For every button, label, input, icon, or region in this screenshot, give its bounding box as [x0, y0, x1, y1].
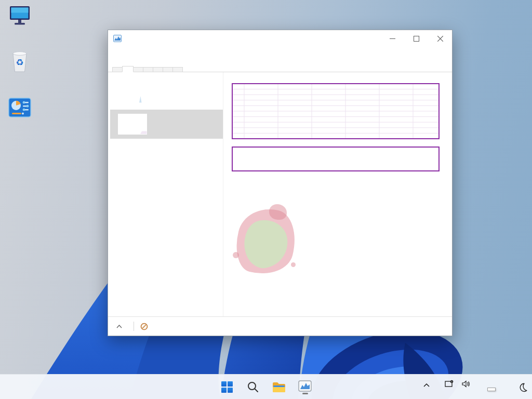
- sidebar-item-disk[interactable]: [110, 141, 223, 170]
- window-titlebar[interactable]: [108, 30, 452, 47]
- show-hidden-icons-chevron[interactable]: [423, 383, 430, 388]
- this-pc-icon: [2, 3, 37, 27]
- window-controls: [380, 30, 452, 47]
- task-manager-window: [108, 30, 453, 336]
- stat-slots-and-reserved: [386, 183, 485, 191]
- watermark-splash: [233, 205, 300, 281]
- speaker-icon[interactable]: [461, 380, 471, 388]
- recycle-bin-icon: ♻: [2, 49, 37, 73]
- stat-committed: [232, 193, 316, 195]
- desktop-icons: ♻: [2, 3, 38, 140]
- memory-usage-graph: [232, 83, 440, 139]
- hidden-tray-icons: [437, 380, 471, 388]
- svg-text:♻: ♻: [16, 58, 23, 68]
- resource-monitor-icon: [140, 323, 148, 330]
- disk-mini-graph: [117, 144, 148, 166]
- window-footer: [108, 316, 452, 336]
- windows-logo-icon: [221, 381, 233, 393]
- stat-in-use: [232, 183, 316, 184]
- sidebar-item-cpu[interactable]: [110, 78, 223, 108]
- control-panel-icon: [2, 95, 37, 118]
- folder-icon: [272, 381, 286, 393]
- active-app-indicator: [302, 393, 308, 394]
- task-manager-icon: [298, 380, 312, 392]
- task-manager-app-icon: [113, 35, 122, 42]
- focus-assist-moon-icon[interactable]: [518, 382, 528, 392]
- taskbar: [0, 374, 532, 399]
- fewer-details-toggle[interactable]: [116, 325, 127, 328]
- memory-composition-bar: [232, 147, 440, 171]
- minimize-button[interactable]: [380, 30, 404, 47]
- sidebar-item-memory[interactable]: [110, 110, 223, 139]
- desktop-wallpaper: ♻: [0, 0, 532, 399]
- tab-processes[interactable]: [112, 67, 123, 72]
- footer-divider: [134, 322, 134, 331]
- desktop-icon-control-panel[interactable]: [2, 95, 37, 118]
- stat-paged-pool: [232, 204, 288, 205]
- memory-panel: [223, 72, 452, 316]
- memory-mini-graph: [117, 113, 148, 135]
- task-manager-taskbar-button[interactable]: [297, 378, 313, 396]
- chevron-up-icon: [116, 325, 122, 328]
- menu-view[interactable]: [131, 51, 139, 55]
- desktop-icon-this-pc[interactable]: [2, 3, 37, 27]
- performance-content: [108, 72, 452, 316]
- memory-stats: [232, 183, 438, 205]
- performance-sidebar: [108, 72, 223, 316]
- tab-startup[interactable]: [143, 67, 153, 72]
- sidebar-item-ethernet[interactable]: [110, 172, 223, 201]
- show-hidden-icons-tooltip: [487, 388, 496, 391]
- desktop-icon-recycle-bin[interactable]: ♻: [2, 49, 37, 73]
- close-button[interactable]: [428, 30, 452, 47]
- ethernet-mini-graph: [117, 176, 148, 197]
- search-icon: [247, 381, 259, 393]
- cpu-mini-graph: [117, 82, 148, 104]
- start-button[interactable]: [219, 378, 235, 396]
- tab-performance[interactable]: [122, 66, 134, 72]
- menu-options[interactable]: [123, 51, 131, 55]
- tab-services[interactable]: [172, 67, 183, 72]
- tab-details[interactable]: [163, 67, 173, 72]
- pen-display-icon[interactable]: [445, 380, 454, 388]
- maximize-button[interactable]: [404, 30, 428, 47]
- search-button[interactable]: [245, 378, 261, 396]
- tab-strip: [108, 59, 452, 72]
- file-explorer-button[interactable]: [271, 378, 287, 396]
- tab-app-history[interactable]: [133, 67, 143, 72]
- open-resource-monitor-link[interactable]: [140, 323, 151, 330]
- tab-users[interactable]: [153, 67, 163, 72]
- menu-file[interactable]: [114, 51, 123, 55]
- menu-bar: [108, 47, 452, 59]
